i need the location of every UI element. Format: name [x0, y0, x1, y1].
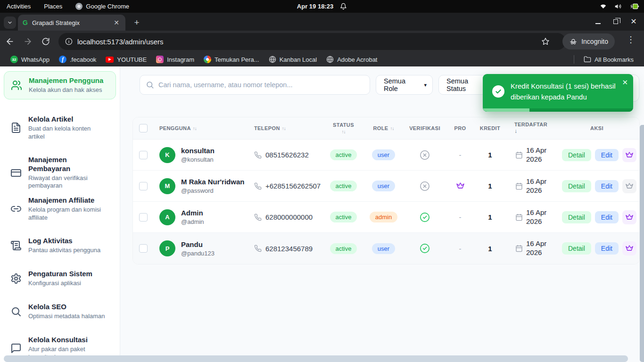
detail-button[interactable]: Detail	[562, 211, 591, 223]
header-terdaftar[interactable]: TERDAFTAR↓	[506, 121, 554, 135]
bookmark-youtube[interactable]: YOUTUBE	[101, 55, 151, 65]
pro-cell: -	[446, 213, 474, 221]
phone-cell: 628000000000	[248, 213, 323, 221]
minimize-icon	[595, 23, 601, 24]
site-favicon: G	[23, 19, 28, 26]
table-header: PENGGUNA↑↓ TELEPON↑↓ STATUS↑↓ ROLE↑↓ VER…	[133, 117, 639, 140]
folder-icon	[584, 56, 591, 63]
bookmark-instagram[interactable]: Instagram	[151, 54, 199, 65]
header-pengguna[interactable]: PENGGUNA↑↓	[154, 125, 248, 131]
crown-icon	[456, 181, 465, 190]
select-all-checkbox[interactable]	[139, 124, 148, 132]
phone-icon	[254, 182, 262, 190]
user-cell: P Pandu@pandu123	[154, 240, 248, 257]
back-button[interactable]	[2, 33, 18, 49]
vertical-scrollbar[interactable]	[640, 125, 644, 362]
pro-cell: -	[446, 245, 474, 253]
chrome-menu-button[interactable]: ⋮	[625, 34, 636, 45]
edit-button[interactable]: Edit	[595, 242, 619, 255]
link-icon	[10, 203, 22, 214]
restore-button[interactable]	[610, 16, 621, 27]
bookmark-kanban-local[interactable]: Kanban Local	[264, 54, 322, 65]
scroll-icon	[10, 240, 22, 251]
sidebar-item-manajemen-pengguna[interactable]: Manajemen PenggunaKelola akun dan hak ak…	[4, 71, 116, 99]
phone-cell: 628123456789	[248, 245, 323, 253]
sidebar-item-manajemen-pembayaran[interactable]: Manajemen PembayaranRiwayat dan verifika…	[4, 151, 116, 195]
places-menu[interactable]: Places	[37, 0, 69, 13]
header-role[interactable]: ROLE↑↓	[363, 125, 404, 131]
gear-icon	[10, 273, 22, 284]
row-checkbox[interactable]	[139, 213, 148, 222]
address-bar[interactable]: localhost:5173/admin/users	[58, 33, 566, 50]
check-circle-icon	[492, 85, 504, 98]
tab-close-icon[interactable]: ✕	[112, 18, 121, 27]
toast-close-icon[interactable]: ✕	[622, 78, 628, 87]
reload-button[interactable]	[38, 33, 54, 49]
site-info-icon[interactable]	[65, 38, 73, 45]
kredit-cell: 1	[474, 182, 506, 190]
grant-pro-button[interactable]	[622, 210, 636, 224]
search-icon	[146, 81, 154, 89]
pro-cell	[446, 181, 474, 190]
sidebar-item-kelola-seo[interactable]: Kelola SEOOptimasi metadata halaman	[4, 298, 116, 325]
revoke-pro-button[interactable]	[622, 179, 636, 193]
avatar: M	[159, 178, 175, 194]
activities-button[interactable]: Activities	[0, 0, 37, 13]
close-button[interactable]: ✕	[628, 16, 639, 27]
sidebar-item-kelola-artikel[interactable]: Kelola ArtikelBuat dan kelola konten art…	[4, 110, 116, 146]
actions-cell: Detail Edit	[554, 210, 640, 224]
calendar-icon	[515, 182, 523, 190]
star-icon	[541, 37, 550, 46]
phone-cell: +6285156262507	[248, 182, 323, 190]
new-tab-button[interactable]: +	[131, 17, 142, 28]
grant-pro-button[interactable]	[622, 241, 636, 255]
user-cell: K konsultan@konsultan	[154, 147, 248, 163]
success-toast: Kredit Konsultasi (1 sesi) berhasil dibe…	[483, 74, 633, 112]
detail-button[interactable]: Detail	[562, 180, 591, 192]
colorful-favicon	[204, 56, 211, 63]
header-verifikasi[interactable]: VERIFIKASI	[404, 125, 446, 131]
tab-search-button[interactable]	[4, 16, 16, 29]
system-tray[interactable]	[599, 3, 639, 10]
header-kredit[interactable]: KREDIT	[474, 125, 506, 131]
kredit-cell: 1	[474, 245, 506, 253]
circle-check-icon	[420, 212, 430, 222]
header-pro[interactable]: PRO	[446, 125, 474, 131]
grant-pro-button[interactable]	[622, 148, 636, 162]
bookmark-whatsapp[interactable]: 32 WhatsApp	[6, 54, 54, 65]
forward-button[interactable]	[20, 33, 36, 49]
sidebar-item-log-aktivitas[interactable]: Log AktivitasPantau aktivitas pengguna	[4, 232, 116, 259]
row-checkbox[interactable]	[139, 182, 148, 190]
clock-area[interactable]: Apr 19 18:23	[297, 3, 347, 10]
bookmark-acrobat[interactable]: Adobe Acrobat	[322, 54, 382, 65]
search-input[interactable]	[158, 81, 364, 89]
kredit-cell: 1	[474, 213, 506, 221]
screen: Activities Places Google Chrome Apr 19 1…	[0, 0, 644, 362]
header-telepon[interactable]: TELEPON↑↓	[248, 125, 323, 131]
app-menu[interactable]: Google Chrome	[69, 0, 136, 13]
horizontal-scrollbar[interactable]	[4, 355, 628, 362]
actions-cell: Detail Edit	[554, 241, 640, 255]
row-checkbox[interactable]	[139, 244, 148, 253]
detail-button[interactable]: Detail	[562, 149, 591, 161]
all-bookmarks-button[interactable]: All Bookmarks	[579, 54, 638, 65]
actions-cell: Detail Edit	[554, 179, 640, 193]
header-status[interactable]: STATUS↑↓	[323, 122, 363, 134]
edit-button[interactable]: Edit	[595, 149, 619, 161]
minimize-button[interactable]	[592, 16, 603, 27]
sort-desc-icon: ↓	[514, 128, 517, 135]
edit-button[interactable]: Edit	[595, 211, 619, 223]
bookmark-facebook[interactable]: f .fecabook	[54, 54, 101, 65]
user-search[interactable]	[140, 75, 370, 95]
status-badge: active	[330, 181, 357, 191]
role-badge: user	[372, 149, 395, 160]
role-filter-select[interactable]: Semua Role ▾	[376, 75, 433, 95]
bookmark-star-button[interactable]	[537, 33, 553, 49]
browser-tab[interactable]: G Grapadi Strategix ✕	[18, 15, 125, 31]
sidebar-item-manajemen-affiliate[interactable]: Manajemen AffiliateKelola program dan ko…	[4, 191, 116, 227]
detail-button[interactable]: Detail	[562, 242, 591, 255]
edit-button[interactable]: Edit	[595, 180, 619, 192]
row-checkbox[interactable]	[139, 151, 148, 159]
bookmark-temukan[interactable]: Temukan Pera...	[199, 54, 264, 65]
sidebar-item-pengaturan-sistem[interactable]: Pengaturan SistemKonfigurasi aplikasi	[4, 265, 116, 292]
